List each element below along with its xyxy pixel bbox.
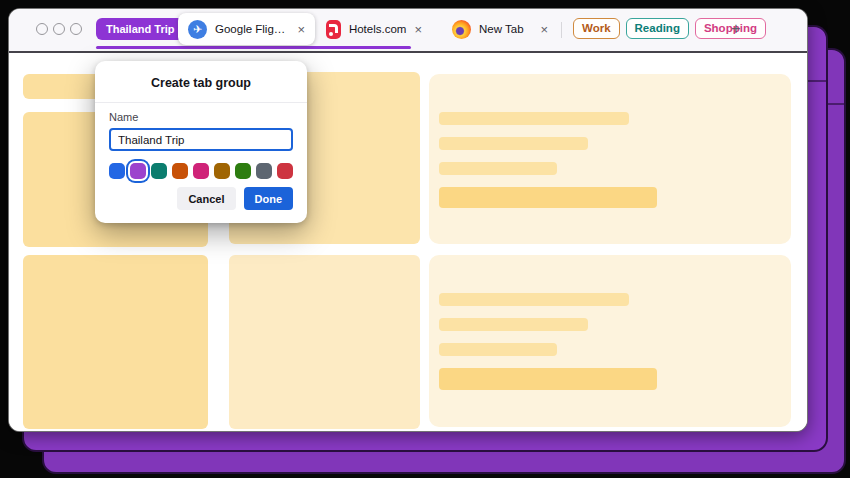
skeleton-card — [429, 255, 791, 427]
firefox-icon — [452, 20, 471, 39]
new-tab-button[interactable]: + — [725, 18, 747, 40]
window-control-maximize[interactable] — [70, 23, 82, 35]
tab-group-underline — [96, 46, 411, 49]
tab-separator — [561, 22, 562, 38]
color-swatch-red[interactable] — [277, 163, 293, 179]
color-swatch-orange[interactable] — [172, 163, 188, 179]
skeleton-block — [229, 255, 420, 429]
color-swatch-brown[interactable] — [214, 163, 230, 179]
plane-glyph: ✈ — [193, 23, 202, 36]
tab-close-icon[interactable]: × — [297, 23, 305, 36]
color-swatch-blue[interactable] — [109, 163, 125, 179]
color-swatch-pink[interactable] — [193, 163, 209, 179]
group-name-input[interactable] — [109, 128, 293, 151]
google-flights-icon: ✈ — [188, 20, 207, 39]
skeleton-block — [23, 255, 208, 429]
tab-close-icon[interactable]: × — [414, 23, 422, 36]
hotels-com-icon — [326, 20, 341, 39]
skeleton-line — [439, 368, 657, 390]
cancel-button[interactable]: Cancel — [177, 187, 235, 210]
name-field-label: Name — [109, 111, 293, 123]
skeleton-line — [439, 187, 657, 208]
skeleton-line — [439, 112, 629, 125]
window-controls — [36, 23, 82, 35]
tab-close-icon[interactable]: × — [540, 23, 548, 36]
tab-group-label-thailand-trip[interactable]: Thailand Trip — [96, 18, 184, 40]
tab-label: New Tab — [479, 23, 524, 35]
skeleton-card — [429, 74, 791, 244]
skeleton-line — [439, 318, 588, 331]
screen: Thailand Trip ✈ Google Flig… × Hotels.co… — [0, 0, 850, 478]
create-tab-group-dialog: Create tab group Name Cancel Done — [95, 61, 307, 223]
tab-new-tab[interactable]: New Tab × — [442, 13, 558, 45]
tab-label: Hotels.com — [349, 23, 407, 35]
color-swatch-gray[interactable] — [256, 163, 272, 179]
tab-group-chip-reading[interactable]: Reading — [626, 18, 689, 39]
skeleton-line — [439, 137, 588, 150]
skeleton-line — [439, 162, 557, 175]
tab-hotels-com[interactable]: Hotels.com × — [316, 13, 432, 45]
dialog-title: Create tab group — [95, 61, 307, 90]
window-control-minimize[interactable] — [53, 23, 65, 35]
tab-google-flights[interactable]: ✈ Google Flig… × — [178, 13, 315, 45]
hotels-logo-dot — [329, 32, 333, 36]
tab-strip: Thailand Trip ✈ Google Flig… × Hotels.co… — [9, 9, 807, 51]
skeleton-line — [439, 293, 629, 306]
done-button[interactable]: Done — [244, 187, 294, 210]
window-control-close[interactable] — [36, 23, 48, 35]
color-swatch-green[interactable] — [235, 163, 251, 179]
tab-group-chip-work[interactable]: Work — [573, 18, 620, 39]
tab-label: Google Flig… — [215, 23, 285, 35]
color-swatch-teal[interactable] — [151, 163, 167, 179]
color-swatch-row — [109, 163, 293, 179]
skeleton-line — [439, 343, 557, 356]
color-swatch-purple-selected[interactable] — [130, 163, 146, 179]
